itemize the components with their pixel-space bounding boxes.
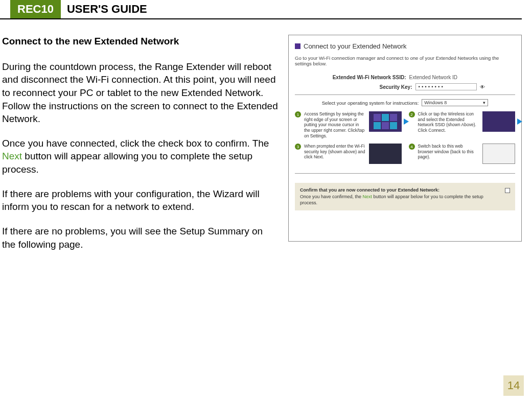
thumb-wireless [482, 111, 515, 132]
badge-1: 1 [295, 111, 301, 117]
badge-3: 3 [295, 144, 301, 150]
security-key-input[interactable]: •••••••• [415, 83, 477, 90]
reveal-icon[interactable]: 👁 [480, 84, 485, 90]
step-1: 1 Access Settings by swiping the right e… [295, 111, 402, 138]
steps-grid: 1 Access Settings by swiping the right e… [295, 111, 515, 164]
confirm-title: Confirm that you are now connected to yo… [300, 187, 499, 194]
paragraph-4: If there are no problems, you will see t… [2, 225, 278, 251]
os-select[interactable]: Windows 8 ▾ [422, 99, 488, 106]
paragraph-2: Once you have connected, click the check… [2, 137, 278, 176]
panel-subtext: Go to your Wi-Fi connection manager and … [295, 55, 515, 66]
header-title: USER'S GUIDE [61, 0, 153, 18]
os-value: Windows 8 [424, 100, 447, 105]
paragraph-3: If there are problems with your configur… [2, 187, 278, 213]
divider-2 [295, 173, 515, 174]
confirm-checkbox[interactable] [505, 188, 510, 193]
step-4: 4 Switch back to this web browser window… [409, 144, 516, 164]
section-title: Connect to the new Extended Network [2, 35, 278, 48]
step-1-text: Access Settings by swiping the right edg… [304, 111, 366, 138]
step-3: 3 When prompted enter the Wi-Fi security… [295, 144, 402, 164]
next-text: Next [2, 151, 22, 161]
confirm-bar: Confirm that you are now connected to yo… [295, 183, 515, 210]
step-4-text: Switch back to this web browser window (… [418, 144, 480, 160]
badge-2: 2 [409, 111, 415, 117]
ssid-value: Extended Network ID [409, 75, 491, 80]
page-number: 14 [503, 375, 524, 396]
thumb-2-wrap [482, 111, 515, 132]
step-2: 2 Click or tap the Wireless icon and sel… [409, 111, 516, 138]
paragraph-1: During the countdown process, the Range … [2, 60, 278, 126]
badge-4: 4 [409, 144, 415, 150]
divider [295, 94, 515, 95]
confirm-next: Next [363, 194, 373, 199]
confirm-a: Once you have confirmed, the [300, 194, 363, 199]
ssid-label: Extended Wi-Fi Network SSID: [319, 75, 406, 80]
thumb-1-wrap [369, 111, 402, 132]
header-tab: REC10 [10, 0, 61, 18]
p2-b: button will appear allowing you to compl… [2, 151, 252, 175]
ssid-row: Extended Wi-Fi Network SSID: Extended Ne… [295, 75, 515, 80]
thumb-key [369, 144, 402, 164]
confirm-text: Confirm that you are now connected to yo… [300, 187, 499, 206]
key-row: Security Key: •••••••• 👁 [295, 83, 515, 90]
left-column: Connect to the new Extended Network Duri… [2, 35, 278, 262]
screenshot-panel: Connect to your Extended Network Go to y… [288, 35, 522, 242]
panel-title: Connect to your Extended Network [304, 42, 407, 50]
step-3-text: When prompted enter the Wi-Fi security k… [304, 144, 366, 160]
os-label: Select your operating system for instruc… [322, 100, 419, 106]
chevron-down-icon: ▾ [483, 100, 485, 105]
header-bar: REC10 USER'S GUIDE [0, 0, 522, 19]
thumb-tiles [369, 111, 402, 132]
panel-title-row: Connect to your Extended Network [295, 42, 515, 50]
os-row: Select your operating system for instruc… [295, 99, 515, 106]
content: Connect to the new Extended Network Duri… [0, 19, 532, 262]
p2-a: Once you have connected, click the check… [2, 138, 269, 149]
panel-bullet-icon [295, 43, 300, 49]
step-2-text: Click or tap the Wireless icon and selec… [418, 111, 480, 133]
key-label: Security Key: [326, 84, 412, 90]
thumb-browser [482, 144, 515, 164]
